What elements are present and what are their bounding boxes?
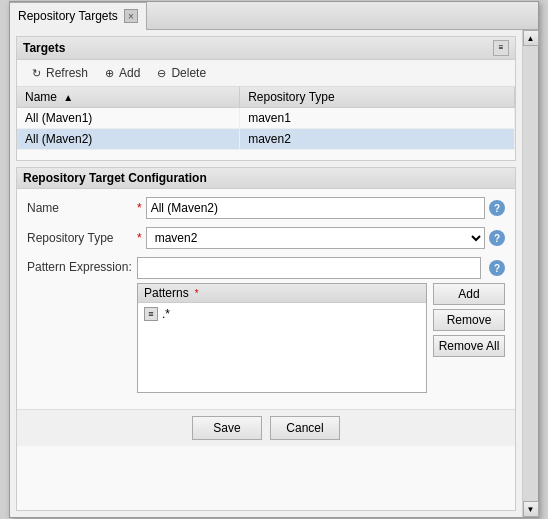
- scrollbar: ▲ ▼: [522, 30, 538, 517]
- refresh-icon: ↻: [29, 66, 43, 80]
- name-input[interactable]: [146, 197, 485, 219]
- add-icon: ⊕: [102, 66, 116, 80]
- pattern-item[interactable]: ≡ .*: [138, 305, 426, 323]
- patterns-box: Patterns * ≡ .*: [137, 283, 427, 393]
- table-cell-type: maven2: [240, 129, 515, 150]
- table-cell-type: maven1: [240, 108, 515, 129]
- config-section: Repository Target Configuration Name * ?…: [16, 167, 516, 511]
- sort-arrow: ▲: [63, 92, 73, 103]
- type-required: *: [137, 231, 142, 245]
- save-button[interactable]: Save: [192, 416, 262, 440]
- col-type-header[interactable]: Repository Type: [240, 87, 515, 108]
- pattern-item-value: .*: [162, 307, 170, 321]
- delete-button[interactable]: ⊖ Delete: [148, 64, 212, 82]
- pattern-label: Pattern Expression:: [27, 257, 137, 274]
- add-button[interactable]: ⊕ Add: [96, 64, 146, 82]
- config-section-title: Repository Target Configuration: [23, 171, 207, 185]
- table-row[interactable]: All (Maven2) maven2: [17, 129, 515, 150]
- table-spacer: [17, 150, 515, 160]
- patterns-box-header: Patterns *: [138, 284, 426, 303]
- table-row[interactable]: All (Maven1) maven1: [17, 108, 515, 129]
- scrollbar-up-button[interactable]: ▲: [523, 30, 539, 46]
- tab-repository-targets[interactable]: Repository Targets ×: [10, 2, 147, 30]
- delete-label: Delete: [171, 66, 206, 80]
- patterns-box-wrapper: Patterns * ≡ .* Add Remove: [137, 283, 505, 393]
- name-label: Name: [27, 201, 137, 215]
- name-required: *: [137, 201, 142, 215]
- targets-section-title: Targets: [23, 41, 65, 55]
- main-window: Repository Targets × Targets ≡ ↻ Refresh: [9, 1, 539, 518]
- tab-close-button[interactable]: ×: [124, 9, 138, 23]
- table-cell-name: All (Maven2): [17, 129, 240, 150]
- type-help-icon[interactable]: ?: [489, 230, 505, 246]
- pattern-add-button[interactable]: Add: [433, 283, 505, 305]
- targets-section: Targets ≡ ↻ Refresh ⊕ Add ⊖: [16, 36, 516, 161]
- pattern-remove-all-button[interactable]: Remove All: [433, 335, 505, 357]
- window-body: Targets ≡ ↻ Refresh ⊕ Add ⊖: [10, 30, 538, 517]
- main-content: Targets ≡ ↻ Refresh ⊕ Add ⊖: [10, 30, 522, 517]
- targets-collapse-button[interactable]: ≡: [493, 40, 509, 56]
- name-help-icon[interactable]: ?: [489, 200, 505, 216]
- targets-section-header: Targets ≡: [17, 37, 515, 60]
- patterns-list: ≡ .*: [138, 303, 426, 325]
- title-bar: Repository Targets ×: [10, 2, 538, 30]
- targets-table: Name ▲ Repository Type All (Maven1) mave…: [17, 87, 515, 150]
- targets-toolbar: ↻ Refresh ⊕ Add ⊖ Delete: [17, 60, 515, 87]
- pattern-input-area: ? Patterns * ≡ .*: [137, 257, 505, 393]
- table-cell-name: All (Maven1): [17, 108, 240, 129]
- scrollbar-track[interactable]: [523, 46, 538, 501]
- config-section-header: Repository Target Configuration: [17, 168, 515, 189]
- config-body: Name * ? Repository Type * maven2 ?: [17, 189, 515, 409]
- refresh-label: Refresh: [46, 66, 88, 80]
- scrollbar-down-button[interactable]: ▼: [523, 501, 539, 517]
- patterns-header-label: Patterns: [144, 286, 189, 300]
- pattern-help-icon[interactable]: ?: [489, 260, 505, 276]
- pattern-input-row: ?: [137, 257, 505, 279]
- tab-label: Repository Targets: [18, 9, 118, 23]
- col-name-header[interactable]: Name ▲: [17, 87, 240, 108]
- patterns-required: *: [195, 288, 199, 299]
- pattern-item-icon: ≡: [144, 307, 158, 321]
- footer-buttons: Save Cancel: [17, 409, 515, 446]
- pattern-input[interactable]: [137, 257, 481, 279]
- type-label: Repository Type: [27, 231, 137, 245]
- type-select[interactable]: maven2: [146, 227, 485, 249]
- pattern-remove-button[interactable]: Remove: [433, 309, 505, 331]
- add-label: Add: [119, 66, 140, 80]
- cancel-button[interactable]: Cancel: [270, 416, 340, 440]
- pattern-row: Pattern Expression: ? Patterns *: [27, 257, 505, 393]
- side-buttons: Add Remove Remove All: [433, 283, 505, 393]
- refresh-button[interactable]: ↻ Refresh: [23, 64, 94, 82]
- type-row: Repository Type * maven2 ?: [27, 227, 505, 249]
- name-row: Name * ?: [27, 197, 505, 219]
- delete-icon: ⊖: [154, 66, 168, 80]
